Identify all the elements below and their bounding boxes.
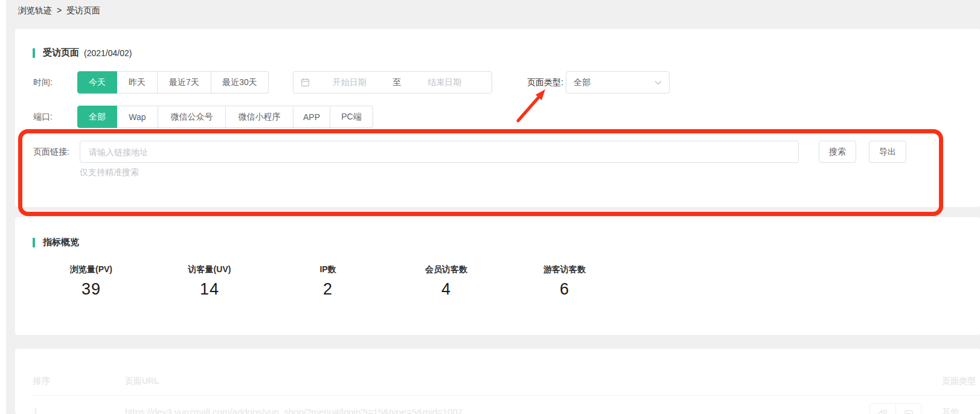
pages-table-panel: 排序 页面URL 页面类型 1 https://dev3.yunzmall.co… xyxy=(15,349,980,414)
title-accent-bar xyxy=(33,238,35,247)
metrics-panel: 指标概览 浏览量(PV) 39 访客量(UV) 14 IP数 2 会员访客数 4… xyxy=(15,217,980,335)
table-divider xyxy=(32,395,980,396)
col-rank: 排序 xyxy=(33,376,50,387)
metric-label: IP数 xyxy=(269,264,387,275)
metrics-title: 指标概览 xyxy=(33,237,79,248)
cell-type: 其他 xyxy=(942,407,959,414)
page-link-input[interactable] xyxy=(80,141,799,163)
time-option-today[interactable]: 今天 xyxy=(77,71,117,94)
panel-title: 受访页面 (2021/04/02) xyxy=(33,47,132,59)
metric-value: 14 xyxy=(150,280,269,299)
start-date-placeholder[interactable]: 开始日期 xyxy=(310,77,389,88)
metric-pv: 浏览量(PV) 39 xyxy=(32,264,150,299)
port-option-pc[interactable]: PC端 xyxy=(330,106,373,128)
search-hint: 仅支持精准搜索 xyxy=(80,167,139,178)
breadcrumb-separator: > xyxy=(57,5,62,15)
chevron-down-icon xyxy=(655,80,662,85)
metric-ip: IP数 2 xyxy=(269,264,387,299)
breadcrumb: 浏览轨迹 > 受访页面 xyxy=(18,5,103,16)
time-option-last30days[interactable]: 最近30天 xyxy=(211,71,269,94)
title-accent-bar xyxy=(33,48,35,58)
calendar-icon xyxy=(301,78,310,87)
export-button[interactable]: 导出 xyxy=(869,141,906,163)
cell-url[interactable]: https://dev3.yunzmall.com/addons/yun_sho… xyxy=(125,407,463,414)
page-type-select[interactable]: 全部 xyxy=(566,71,670,94)
metrics-row: 浏览量(PV) 39 访客量(UV) 14 IP数 2 会员访客数 4 游客访客… xyxy=(32,264,624,299)
metric-value: 4 xyxy=(387,280,505,299)
metric-label: 游客访客数 xyxy=(505,264,624,275)
page-link-label: 页面链接: xyxy=(33,147,69,158)
time-option-yesterday[interactable]: 昨天 xyxy=(117,71,158,94)
metric-value: 2 xyxy=(269,280,387,299)
document-icon xyxy=(904,410,914,414)
port-option-wap[interactable]: Wap xyxy=(117,106,158,128)
panel-title-text: 受访页面 xyxy=(43,47,79,59)
metric-value: 39 xyxy=(32,280,150,299)
copy-icon xyxy=(878,410,888,414)
metric-label: 浏览量(PV) xyxy=(32,264,150,275)
panel-date-note: (2021/04/02) xyxy=(84,48,132,58)
port-option-wechat-miniprogram[interactable]: 微信小程序 xyxy=(226,106,293,128)
port-filter-group: 全部 Wap 微信公众号 微信小程序 APP PC端 xyxy=(77,106,373,128)
metric-uv: 访客量(UV) 14 xyxy=(150,264,269,299)
breadcrumb-parent[interactable]: 浏览轨迹 xyxy=(18,5,52,15)
visited-pages-panel: 受访页面 (2021/04/02) 时间: 今天 昨天 最近7天 最近30天 开… xyxy=(15,29,980,207)
time-filter-group: 今天 昨天 最近7天 最近30天 xyxy=(77,71,269,94)
cell-rank: 1 xyxy=(33,407,38,414)
copy-button[interactable] xyxy=(870,403,895,414)
metrics-title-text: 指标概览 xyxy=(43,237,79,248)
row-action-icons xyxy=(870,403,921,414)
time-option-last7days[interactable]: 最近7天 xyxy=(158,71,211,94)
port-filter-label: 端口: xyxy=(33,112,53,123)
col-url: 页面URL xyxy=(125,376,159,387)
time-filter-label: 时间: xyxy=(33,77,53,88)
metric-value: 6 xyxy=(505,280,624,299)
col-type: 页面类型 xyxy=(942,376,976,387)
qrcode-button[interactable] xyxy=(895,403,921,414)
metric-label: 会员访客数 xyxy=(387,264,505,275)
page-type-label: 页面类型: xyxy=(527,77,563,88)
port-option-wechat-official[interactable]: 微信公众号 xyxy=(158,106,226,128)
breadcrumb-current: 受访页面 xyxy=(66,5,100,15)
metric-member-visitors: 会员访客数 4 xyxy=(387,264,505,299)
date-range-picker[interactable]: 开始日期 至 结束日期 xyxy=(293,71,492,94)
port-option-app[interactable]: APP xyxy=(293,106,330,128)
sidebar-collapsed-strip xyxy=(0,0,6,414)
metric-label: 访客量(UV) xyxy=(150,264,269,275)
port-option-all[interactable]: 全部 xyxy=(77,106,117,128)
page-type-value: 全部 xyxy=(574,77,655,88)
end-date-placeholder[interactable]: 结束日期 xyxy=(405,77,485,88)
metric-guest-visitors: 游客访客数 6 xyxy=(505,264,624,299)
date-range-separator: 至 xyxy=(389,77,405,88)
search-button[interactable]: 搜索 xyxy=(819,141,856,163)
